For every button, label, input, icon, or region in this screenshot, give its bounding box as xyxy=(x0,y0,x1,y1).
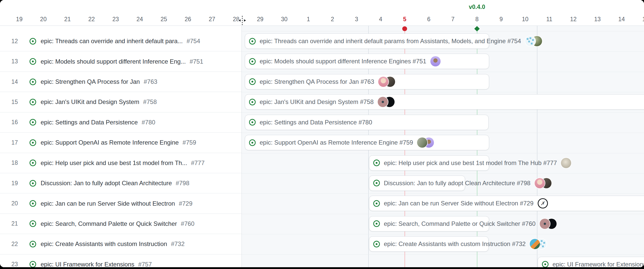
day-label: 12 xyxy=(563,16,584,23)
assignee-avatars xyxy=(525,36,542,46)
roadmap-bar-title: epic: Jan can be run Server Side without… xyxy=(384,200,534,207)
day-label: 15 xyxy=(635,16,644,23)
issue-number: #751 xyxy=(190,58,203,65)
issue-open-icon xyxy=(373,200,380,207)
issue-number: #757 xyxy=(138,261,152,267)
assignee-avatars xyxy=(540,219,557,229)
issue-open-icon xyxy=(29,220,36,227)
issue-number: #732 xyxy=(171,240,185,248)
issue-open-icon xyxy=(29,119,36,126)
issue-open-icon xyxy=(29,180,36,187)
issue-title: epic: Help user pick and use best 1st mo… xyxy=(41,159,187,167)
issue-number: #754 xyxy=(187,38,200,45)
roadmap-bar-title: epic: Create Assistants with custom Inst… xyxy=(384,240,526,248)
table-row[interactable]: 16 epic: Settings and Data Persistence#7… xyxy=(0,112,241,133)
issue-title: epic: Models should support different In… xyxy=(41,58,186,65)
table-row[interactable]: 12 epic: Threads can override and inheri… xyxy=(0,31,241,51)
day-label: 6 xyxy=(419,16,439,23)
table-row[interactable]: 18 epic: Help user pick and use best 1st… xyxy=(0,153,241,173)
table-row[interactable]: 23 epic: UI Framework for Extensions#757 xyxy=(0,254,241,267)
issue-number: #729 xyxy=(179,200,192,207)
day-label: 20 xyxy=(33,16,54,23)
avatar xyxy=(430,56,441,66)
roadmap-bar-content: epic: Strengthen QA Process for Jan #763 xyxy=(245,74,395,89)
roadmap-bar-content: epic: Jan can be run Server Side without… xyxy=(369,196,548,211)
issue-title: epic: Create Assistants with custom Inst… xyxy=(41,240,167,248)
issue-open-icon xyxy=(249,99,256,106)
issue-title: epic: Settings and Data Persistence xyxy=(41,119,138,126)
table-row[interactable]: 17 epic: Support OpenAI as Remote Infere… xyxy=(0,133,241,153)
roadmap-bar-title: epic: Help user pick and use best 1st mo… xyxy=(384,159,557,167)
issue-open-icon xyxy=(249,119,256,126)
issue-title: epic: Jan can be run Server Side without… xyxy=(41,200,175,207)
table-row[interactable]: 15 epic: Jan's UIKit and Design System#7… xyxy=(0,92,241,112)
roadmap-bar-title: Discussion: Jan to fully adopt Clean Arc… xyxy=(384,180,531,187)
day-label: 25 xyxy=(154,16,174,23)
roadmap-bar-title: epic: Search, Command Palette or Quick S… xyxy=(384,220,536,227)
table-row[interactable]: 22 epic: Create Assistants with custom I… xyxy=(0,234,241,254)
issue-open-icon xyxy=(29,200,36,207)
roadmap-bar-content: epic: Settings and Data Persistence #780 xyxy=(245,115,372,130)
assignee-avatars xyxy=(561,158,571,168)
row-number: 23 xyxy=(0,261,18,267)
milestone-label[interactable]: v0.4.0 xyxy=(457,4,498,10)
issue-number: #763 xyxy=(144,78,157,85)
issue-number: #798 xyxy=(176,180,189,187)
day-label: 23 xyxy=(105,16,126,23)
day-label: 14 xyxy=(611,16,632,23)
issue-title: epic: Search, Command Palette or Quick S… xyxy=(41,220,177,227)
roadmap-bar-content: epic: UI Framework for Extensions #757 xyxy=(538,257,644,267)
avatar xyxy=(540,219,550,229)
roadmap-window: epic: Threads can override and inherit d… xyxy=(0,0,644,267)
col-resize-cursor-icon xyxy=(237,15,247,27)
roadmap-bar-content: epic: Create Assistants with custom Inst… xyxy=(369,236,547,252)
roadmap-bar-title: epic: Jan's UIKit and Design System #758 xyxy=(260,98,374,106)
roadmap-bar-title: epic: Settings and Data Persistence #780 xyxy=(260,119,372,126)
roadmap-bar-content: Discussion: Jan to fully adopt Clean Arc… xyxy=(369,176,551,191)
issues-table: 12 epic: Threads can override and inheri… xyxy=(0,26,242,267)
roadmap-bar-title: epic: Models should support different In… xyxy=(260,58,426,65)
issue-open-icon xyxy=(249,38,256,45)
table-row[interactable]: 20 epic: Jan can be run Server Side with… xyxy=(0,193,241,214)
issue-open-icon xyxy=(29,99,36,106)
issue-number: #780 xyxy=(142,119,155,126)
roadmap-bar-title: epic: Threads can override and inherit d… xyxy=(260,38,521,45)
day-label: 4 xyxy=(370,16,391,23)
day-label: 2 xyxy=(322,16,343,23)
day-label: 11 xyxy=(539,16,559,23)
row-number: 17 xyxy=(0,139,18,146)
assignee-avatars xyxy=(535,178,551,188)
issue-open-icon xyxy=(373,180,380,186)
issue-open-icon xyxy=(373,241,380,248)
day-label: 19 xyxy=(9,16,29,23)
issue-open-icon xyxy=(249,58,256,65)
roadmap-bar-content: epic: Threads can override and inherit d… xyxy=(245,33,542,49)
row-number: 20 xyxy=(0,200,18,207)
issue-open-icon xyxy=(29,58,36,65)
day-label: 29 xyxy=(250,16,270,23)
avatar xyxy=(378,77,388,87)
table-row[interactable]: 14 epic: Strengthen QA Process for Jan#7… xyxy=(0,72,241,92)
day-label: 30 xyxy=(274,16,294,23)
issue-open-icon xyxy=(29,241,36,248)
day-label: 22 xyxy=(81,16,102,23)
issue-open-icon xyxy=(29,159,36,166)
table-row[interactable]: 21 epic: Search, Command Palette or Quic… xyxy=(0,214,241,234)
row-number: 18 xyxy=(0,159,18,166)
row-number: 19 xyxy=(0,180,18,187)
issue-title: epic: UI Framework for Extensions xyxy=(41,261,134,267)
table-row[interactable]: 19 Discussion: Jan to fully adopt Clean … xyxy=(0,173,241,193)
issue-number: #758 xyxy=(143,98,157,106)
assignee-avatars xyxy=(378,77,395,87)
day-label: 27 xyxy=(202,16,222,23)
issue-open-icon xyxy=(373,220,380,227)
assignee-avatars xyxy=(430,56,441,66)
table-row[interactable]: 13 epic: Models should support different… xyxy=(0,51,241,72)
avatar xyxy=(525,36,535,46)
date-header[interactable]: 1920212223242526272829301234567891011121… xyxy=(0,0,644,26)
roadmap-bar-content: epic: Support OpenAI as Remote Inference… xyxy=(245,135,434,150)
day-label: 3 xyxy=(346,16,367,23)
row-number: 13 xyxy=(0,58,18,65)
issue-title: epic: Threads can override and inherit d… xyxy=(41,38,183,45)
day-label: 24 xyxy=(130,16,150,23)
